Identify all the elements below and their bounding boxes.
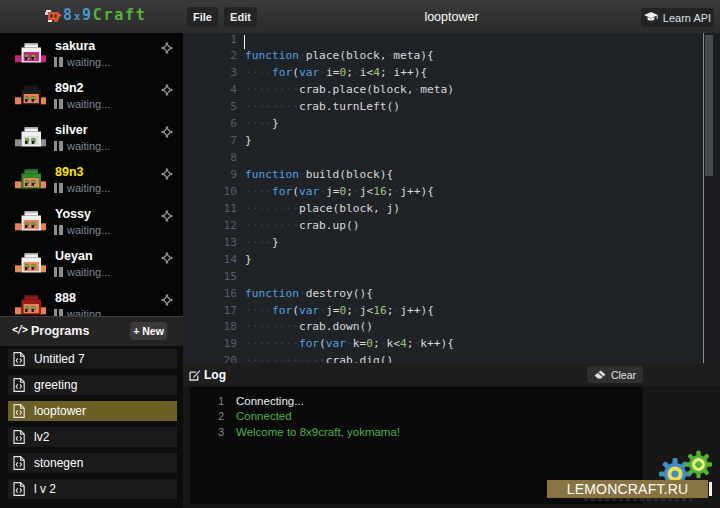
code-editor[interactable]: 12function·place(block,·meta){3····for(v… xyxy=(183,33,720,363)
move-arrows-icon[interactable] xyxy=(161,210,173,222)
code-line: 19········for(var·k=0;·k<4;·k++){ xyxy=(183,336,720,353)
log-panel: Log Clear 1Connecting...2Connected3Welco… xyxy=(183,363,720,508)
player-row[interactable]: sakurawaiting... xyxy=(0,34,180,76)
programs-title: Programs xyxy=(31,324,89,338)
player-status: waiting... xyxy=(54,266,110,277)
line-number: 19 xyxy=(183,336,237,353)
log-entry-number: 2 xyxy=(190,410,224,422)
line-number: 13 xyxy=(183,235,237,252)
code-line: 18········crab.down() xyxy=(183,319,720,336)
player-name: Ueyan xyxy=(55,249,93,263)
program-item[interactable]: Untitled 7 xyxy=(8,349,177,369)
player-status: waiting... xyxy=(54,182,110,193)
line-number: 2 xyxy=(183,48,237,65)
program-item[interactable]: looptower xyxy=(8,401,177,421)
code-text: ········crab.up() xyxy=(245,218,360,235)
code-line: 17····for(var·j=0;·j<16;·j++){ xyxy=(183,303,720,320)
player-status-text: waiting... xyxy=(67,56,110,68)
program-item[interactable]: stonegen xyxy=(8,453,177,473)
move-arrows-icon[interactable] xyxy=(161,294,173,306)
learn-api-button[interactable]: Learn API xyxy=(641,8,714,27)
move-arrows-icon[interactable] xyxy=(161,252,173,264)
player-status: waiting... xyxy=(54,56,110,67)
line-number: 8 xyxy=(183,150,237,167)
clear-label: Clear xyxy=(611,369,636,381)
line-number: 15 xyxy=(183,269,237,286)
file-code-icon xyxy=(13,456,25,470)
player-row[interactable]: 89n2waiting... xyxy=(0,76,180,118)
crab-avatar xyxy=(15,211,46,231)
program-label: looptower xyxy=(34,404,86,418)
player-row[interactable]: silverwaiting... xyxy=(0,118,180,160)
learn-api-label: Learn API xyxy=(663,12,711,24)
logo-char: 8 xyxy=(63,6,74,24)
app-window: 8x9Craft File Edit looptower Learn API s… xyxy=(0,0,720,508)
editor-scrollbar[interactable] xyxy=(703,33,720,363)
new-program-button[interactable]: + New xyxy=(130,322,167,340)
player-row[interactable]: Yossywaiting... xyxy=(0,202,180,244)
crab-avatar xyxy=(15,253,46,273)
player-row[interactable]: Ueyanwaiting... xyxy=(0,244,180,286)
code-line: 12········crab.up() xyxy=(183,218,720,235)
code-text: ············crab.dig() xyxy=(245,353,393,363)
text-cursor xyxy=(244,35,246,50)
logo-text: 8x9Craft xyxy=(63,0,146,32)
program-item[interactable]: greeting xyxy=(8,375,177,395)
code-line: 15 xyxy=(183,269,720,286)
crab-logo-icon xyxy=(45,9,61,23)
move-arrows-icon[interactable] xyxy=(161,168,173,180)
code-line: 2function·place(block,·meta){ xyxy=(183,48,720,65)
code-text: ····} xyxy=(245,116,279,133)
code-text: ····for(var·j=0;·j<16;·j++){ xyxy=(245,184,434,201)
code-text: ····} xyxy=(245,235,279,252)
code-text: ········crab.place(block,·meta) xyxy=(245,82,454,99)
pause-icon xyxy=(54,225,63,235)
crab-avatar xyxy=(15,127,46,147)
log-entry: 3Welcome to 8x9craft, yokmama! xyxy=(190,424,643,440)
player-status-text: waiting... xyxy=(67,266,110,278)
pause-icon xyxy=(54,57,63,67)
code-line: 20············crab.dig() xyxy=(183,353,720,363)
pause-icon xyxy=(54,141,63,151)
code-line: 8 xyxy=(183,150,720,167)
code-line: 5········crab.turnLeft() xyxy=(183,99,720,116)
log-entry-text: Welcome to 8x9craft, yokmama! xyxy=(236,426,400,438)
code-text: ········for(var·k=0;·k<4;·k++){ xyxy=(245,336,454,353)
move-arrows-icon[interactable] xyxy=(161,42,173,54)
player-name: 89n3 xyxy=(55,165,84,179)
line-number: 14 xyxy=(183,252,237,269)
player-name: Yossy xyxy=(55,207,91,221)
crab-avatar xyxy=(15,169,46,189)
move-arrows-icon[interactable] xyxy=(161,84,173,96)
sidebar: sakurawaiting...89n2waiting...silverwait… xyxy=(0,30,183,508)
log-header: Log Clear xyxy=(183,363,720,386)
code-text: ····for(var·i=0;·i<4;·i++){ xyxy=(245,65,427,82)
line-number: 7 xyxy=(183,133,237,150)
crab-avatar xyxy=(15,85,46,105)
line-number: 5 xyxy=(183,99,237,116)
clear-log-button[interactable]: Clear xyxy=(587,366,643,383)
logo-char: x xyxy=(74,10,82,23)
player-status-text: waiting... xyxy=(67,182,110,194)
player-status: waiting... xyxy=(54,98,110,109)
player-row[interactable]: 89n3waiting... xyxy=(0,160,180,202)
log-entry-text: Connecting... xyxy=(236,395,304,407)
program-item[interactable]: lv2 xyxy=(8,427,177,447)
pause-icon xyxy=(54,99,63,109)
log-entry-number: 3 xyxy=(190,426,224,438)
document-title: looptower xyxy=(183,0,720,33)
program-label: Untitled 7 xyxy=(34,352,85,366)
player-name: 888 xyxy=(55,291,76,305)
programs-header: </> Programs + New xyxy=(0,317,183,346)
line-number: 6 xyxy=(183,116,237,133)
program-label: stonegen xyxy=(34,456,83,470)
code-text: } xyxy=(245,133,252,150)
code-line: 10····for(var·j=0;·j<16;·j++){ xyxy=(183,184,720,201)
log-entry: 1Connecting... xyxy=(190,393,643,409)
program-label: lv2 xyxy=(34,430,49,444)
code-line: 13····} xyxy=(183,235,720,252)
program-item[interactable]: l v 2 xyxy=(8,479,177,499)
code-line: 6····} xyxy=(183,116,720,133)
move-arrows-icon[interactable] xyxy=(161,126,173,138)
scrollbar-thumb[interactable] xyxy=(705,35,713,176)
